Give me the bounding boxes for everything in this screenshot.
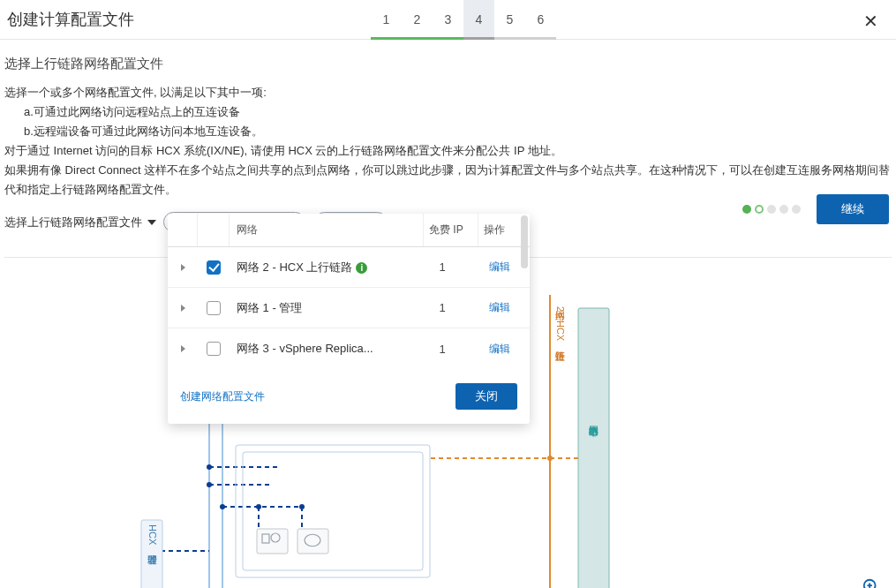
network-name: 网络 2 - HCX 上行链路i [230, 260, 415, 275]
wizard-step-1[interactable]: 1 [371, 0, 402, 40]
progress-dot [755, 205, 764, 214]
edit-network-link[interactable]: 编辑 [489, 301, 510, 313]
progress-dot [792, 205, 801, 214]
progress-dot [767, 205, 776, 214]
close-panel-button[interactable]: 关闭 [456, 383, 517, 410]
dropdown-header-row: 网络 免费 IP 操作 [168, 214, 530, 247]
wizard-step-6[interactable]: 6 [525, 0, 556, 40]
progress-dot [779, 205, 788, 214]
desc-internet: 对于通过 Internet 访问的目标 HCX 系统(IX/NE), 请使用 H… [4, 141, 892, 161]
free-ip-value: 1 [415, 260, 470, 274]
hcx-manager-label: HCX 管理器 [146, 524, 159, 547]
zoom-in-icon[interactable] [862, 577, 881, 588]
free-ip-value: 1 [415, 301, 470, 314]
network-row: 网络 2 - HCX 上行链路i1编辑 [168, 247, 530, 288]
wizard-footer-controls: 继续 [742, 194, 889, 224]
network-dropdown-panel: 网络 免费 IP 操作 网络 2 - HCX 上行链路i1编辑网络 1 - 管理… [168, 214, 530, 424]
col-free-ip: 免费 IP [424, 214, 478, 246]
edit-network-link[interactable]: 编辑 [489, 343, 510, 355]
select-network-checkbox[interactable] [207, 342, 221, 356]
expand-row-icon[interactable] [168, 305, 198, 312]
expand-row-icon[interactable] [168, 264, 198, 271]
svg-point-5 [207, 482, 212, 487]
section-subheader: 选择上行链路网络配置文件 [4, 56, 892, 72]
svg-point-11 [220, 504, 225, 509]
create-network-profile-link[interactable]: 创建网络配置文件 [180, 389, 265, 404]
page-title: 创建计算配置文件 [0, 9, 371, 30]
desc-option-a: a.可通过此网络访问远程站点上的互连设备 [4, 102, 892, 122]
desc-option-b: b.远程端设备可通过此网络访问本地互连设备。 [4, 122, 892, 141]
network-name: 网络 3 - vSphere Replica... [230, 341, 415, 357]
wizard-step-4[interactable]: 4 [463, 0, 494, 40]
wizard-step-2[interactable]: 2 [402, 0, 433, 40]
free-ip-value: 1 [415, 343, 470, 356]
close-icon[interactable]: ✕ [863, 11, 878, 32]
scrollbar[interactable] [521, 215, 528, 268]
expand-row-icon[interactable] [168, 345, 198, 352]
select-network-checkbox[interactable] [207, 301, 221, 315]
wizard-step-5[interactable]: 5 [494, 0, 525, 40]
wizard-header: 创建计算配置文件 123456 ✕ [0, 0, 896, 40]
continue-button[interactable]: 继续 [817, 194, 889, 224]
step-indicator: 123456 [371, 0, 556, 40]
network-row: 网络 3 - vSphere Replica...1编辑 [168, 328, 530, 369]
info-icon[interactable]: i [356, 262, 367, 274]
select-network-checkbox[interactable] [207, 260, 221, 275]
wizard-step-3[interactable]: 3 [433, 0, 463, 40]
svg-rect-15 [236, 445, 430, 577]
network-name: 网络 1 - 管理 [230, 300, 415, 316]
network-row: 网络 1 - 管理1编辑 [168, 288, 530, 328]
progress-dot [742, 205, 751, 214]
uplink-network-label: 网络 2 - HCX 上行链路 [553, 304, 567, 343]
svg-point-9 [256, 504, 261, 509]
svg-point-4 [207, 464, 212, 470]
edit-network-link[interactable]: 编辑 [489, 260, 510, 273]
svg-rect-18 [297, 529, 328, 554]
desc-intro: 选择一个或多个网络配置文件, 以满足以下其中一项: [4, 83, 892, 102]
svg-rect-25 [578, 308, 609, 588]
chevron-down-icon[interactable] [147, 220, 156, 225]
progress-dots [742, 205, 801, 214]
col-network: 网络 [230, 214, 424, 246]
svg-point-10 [299, 504, 305, 509]
selector-label: 选择上行链路网络配置文件 [4, 215, 142, 230]
